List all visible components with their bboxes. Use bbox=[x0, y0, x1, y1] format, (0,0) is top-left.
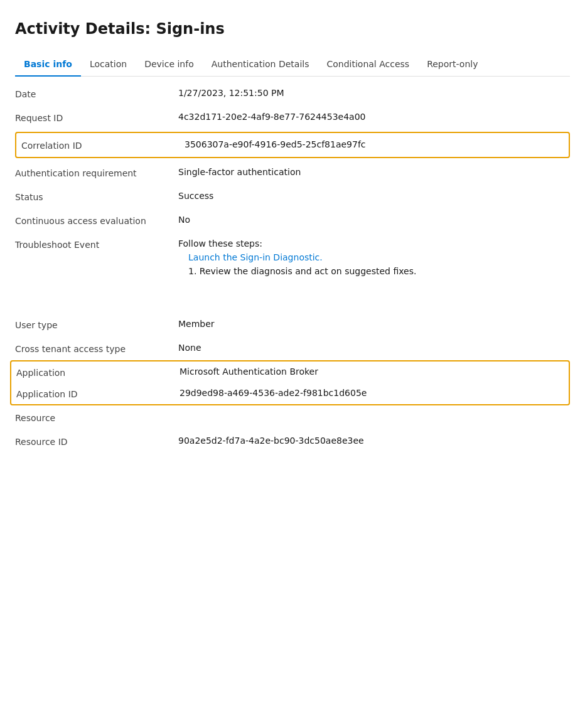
field-continuous-access-value: No bbox=[178, 215, 570, 225]
field-resource-id-label: Resource ID bbox=[15, 436, 178, 447]
field-troubleshoot-value: Follow these steps: Launch the Sign-in D… bbox=[178, 238, 570, 276]
troubleshoot-step: 1. Review the diagnosis and act on sugge… bbox=[178, 266, 570, 276]
field-application-value: Microsoft Authentication Broker bbox=[180, 367, 564, 377]
field-request-id: Request ID 4c32d171-20e2-4af9-8e77-76244… bbox=[15, 105, 570, 129]
field-application-label: Application bbox=[16, 367, 180, 378]
field-user-type-value: Member bbox=[178, 319, 570, 329]
field-troubleshoot: Troubleshoot Event Follow these steps: L… bbox=[15, 232, 570, 282]
field-correlation-id-label: Correlation ID bbox=[21, 139, 185, 151]
tab-report-only[interactable]: Report-only bbox=[418, 53, 486, 77]
page-title: Activity Details: Sign-ins bbox=[15, 20, 570, 38]
field-auth-requirement: Authentication requirement Single-factor… bbox=[15, 161, 570, 185]
field-status-value: Success bbox=[178, 191, 570, 201]
field-application-id: Application ID 29d9ed98-a469-4536-ade2-f… bbox=[16, 383, 564, 404]
field-application-id-label: Application ID bbox=[16, 388, 180, 399]
tab-content: Date 1/27/2023, 12:51:50 PM Request ID 4… bbox=[15, 77, 570, 453]
tab-bar: Basic info Location Device info Authenti… bbox=[15, 53, 570, 77]
field-continuous-access-label: Continuous access evaluation bbox=[15, 215, 178, 226]
correlation-id-highlight: Correlation ID 3506307a-e90f-4916-9ed5-2… bbox=[15, 132, 570, 158]
application-highlight: Application Microsoft Authentication Bro… bbox=[10, 360, 570, 405]
tab-conditional-access[interactable]: Conditional Access bbox=[318, 53, 418, 77]
field-resource-id-value: 90a2e5d2-fd7a-4a2e-bc90-3dc50ae8e3ee bbox=[178, 436, 570, 446]
field-date-value: 1/27/2023, 12:51:50 PM bbox=[178, 88, 570, 98]
field-date-label: Date bbox=[15, 88, 178, 99]
field-date: Date 1/27/2023, 12:51:50 PM bbox=[15, 82, 570, 105]
field-auth-requirement-label: Authentication requirement bbox=[15, 167, 178, 178]
tab-device-info[interactable]: Device info bbox=[136, 53, 203, 77]
field-request-id-value: 4c32d171-20e2-4af9-8e77-7624453e4a00 bbox=[178, 112, 570, 122]
troubleshoot-link[interactable]: Launch the Sign-in Diagnostic. bbox=[178, 252, 570, 262]
field-cross-tenant-label: Cross tenant access type bbox=[15, 343, 178, 354]
field-cross-tenant: Cross tenant access type None bbox=[15, 336, 570, 360]
field-auth-requirement-value: Single-factor authentication bbox=[178, 167, 570, 177]
field-application: Application Microsoft Authentication Bro… bbox=[16, 361, 564, 383]
field-resource-label: Resource bbox=[15, 412, 178, 423]
tab-authentication-details[interactable]: Authentication Details bbox=[203, 53, 318, 77]
field-correlation-id-value: 3506307a-e90f-4916-9ed5-25cf81ae97fc bbox=[185, 139, 564, 149]
tab-basic-info[interactable]: Basic info bbox=[15, 53, 81, 77]
field-request-id-label: Request ID bbox=[15, 112, 178, 123]
field-status-label: Status bbox=[15, 191, 178, 202]
field-status: Status Success bbox=[15, 185, 570, 208]
field-user-type: User type Member bbox=[15, 313, 570, 336]
field-troubleshoot-label: Troubleshoot Event bbox=[15, 238, 178, 250]
tab-location[interactable]: Location bbox=[81, 53, 136, 77]
field-application-id-value: 29d9ed98-a469-4536-ade2-f981bc1d605e bbox=[180, 388, 564, 398]
field-resource-id: Resource ID 90a2e5d2-fd7a-4a2e-bc90-3dc5… bbox=[15, 429, 570, 453]
field-user-type-label: User type bbox=[15, 319, 178, 330]
field-resource: Resource bbox=[15, 405, 570, 429]
field-cross-tenant-value: None bbox=[178, 343, 570, 353]
field-correlation-id: Correlation ID 3506307a-e90f-4916-9ed5-2… bbox=[21, 134, 564, 156]
field-continuous-access: Continuous access evaluation No bbox=[15, 208, 570, 232]
troubleshoot-follow-text: Follow these steps: bbox=[178, 238, 570, 249]
